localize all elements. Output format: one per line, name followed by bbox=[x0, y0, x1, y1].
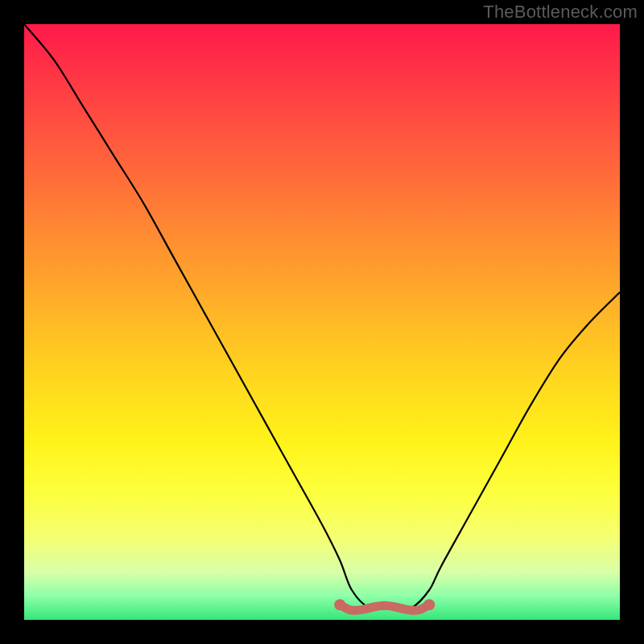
chart-frame: TheBottleneck.com bbox=[0, 0, 644, 644]
watermark-text: TheBottleneck.com bbox=[483, 2, 638, 23]
bottleneck-curve bbox=[24, 24, 620, 609]
plot-area bbox=[24, 24, 620, 620]
marker-start-dot bbox=[334, 599, 345, 610]
marker-end-dot bbox=[423, 599, 435, 610]
curve-layer bbox=[24, 24, 620, 620]
